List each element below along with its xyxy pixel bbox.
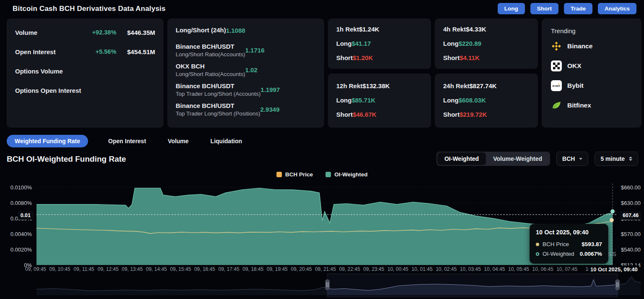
- tooltip-series-dot: [536, 243, 539, 246]
- legend-item: BCH Price: [276, 171, 313, 178]
- tooltip-series-label: OI-Weighted: [543, 251, 574, 257]
- tooltip-series-label: BCH Price: [543, 241, 569, 247]
- chart-tooltip: 10 Oct 2025, 09:40 BCH Price$593.87OI-We…: [530, 224, 608, 264]
- legend-item: OI-Weighted: [325, 171, 367, 178]
- legend-label: OI-Weighted: [334, 171, 367, 178]
- crosshair-datetime-label: 10 Oct 2025, 09:40: [589, 265, 639, 273]
- left-axis-tick: 0.0100%: [3, 184, 32, 191]
- oi-last-point-marker: [611, 210, 615, 213]
- tooltip-rows: BCH Price$593.87OI-Weighted0.0067%: [536, 239, 602, 259]
- navigator-dim-right: [618, 274, 641, 297]
- price-last-point-marker: [610, 218, 614, 222]
- tooltip-series-dot: [536, 252, 539, 256]
- legend-swatch: [325, 172, 331, 177]
- left-axis-tick: 0.0040%: [3, 231, 32, 237]
- navigator-dim-left: [36, 274, 327, 297]
- derivatives-dashboard: Bitcoin Cash BCH Derivatives Data Analys…: [0, 0, 644, 299]
- right-axis-tick: $570.00: [621, 231, 641, 237]
- navigator-window[interactable]: [327, 274, 618, 297]
- legend-label: BCH Price: [285, 171, 313, 178]
- right-axis-tick: $540.00: [621, 247, 641, 253]
- navigator-handle-right[interactable]: [615, 279, 620, 290]
- legend-swatch: [276, 172, 282, 177]
- oi-weighted-area: [36, 188, 613, 265]
- right-axis-tick: $630.00: [621, 200, 641, 206]
- watermark: SS: [608, 250, 617, 257]
- tooltip-row: OI-Weighted0.0067%: [536, 249, 602, 259]
- tooltip-row: BCH Price$593.87: [536, 239, 602, 249]
- navigator-handle-left[interactable]: [325, 279, 330, 290]
- current-price-badge: 607.46: [620, 211, 641, 220]
- current-rate-badge: 0.01: [18, 211, 34, 220]
- left-axis-tick: 0.0080%: [3, 200, 32, 206]
- tooltip-series-value: $593.87: [582, 241, 602, 247]
- left-axis-tick: 0.0020%: [3, 247, 32, 253]
- tooltip-datetime: 10 Oct 2025, 09:40: [536, 229, 602, 236]
- tooltip-series-value: 0.0067%: [580, 251, 602, 257]
- right-axis-tick: $660.00: [621, 184, 641, 191]
- chart-legend: BCH PriceOI-Weighted: [276, 171, 367, 178]
